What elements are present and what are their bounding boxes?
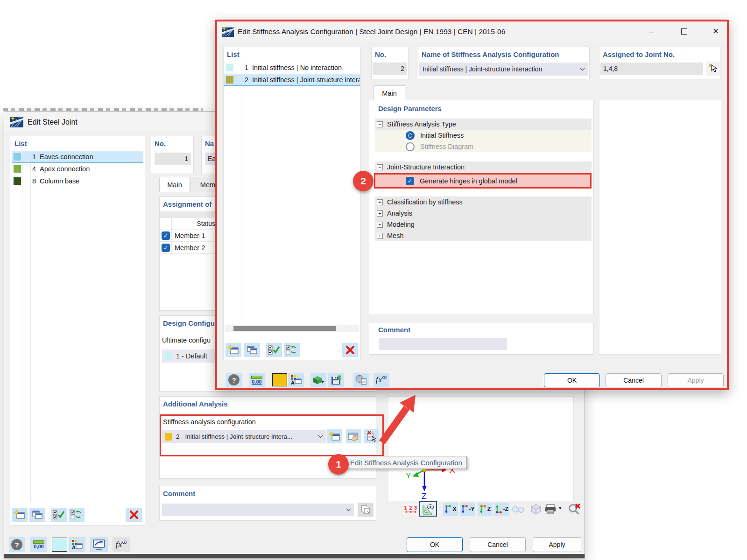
ok-button[interactable]: OK <box>407 537 463 552</box>
pick-joints-button[interactable] <box>706 62 720 76</box>
toggle-selection-button[interactable] <box>284 343 300 357</box>
member-2-checkbox[interactable]: ✓ <box>162 244 170 252</box>
maximize-button[interactable] <box>677 25 691 37</box>
save-as-button[interactable] <box>328 373 344 387</box>
list-item-joint-structure[interactable]: 2 Initial stiffness | Joint-structure in… <box>224 74 360 86</box>
radio-initial-stiffness[interactable] <box>406 131 415 140</box>
check-all-button[interactable] <box>266 343 282 357</box>
comment-header: Comment <box>378 326 410 334</box>
apply-button[interactable]: Apply <box>668 373 724 387</box>
formula-button[interactable]: fx <box>113 537 130 552</box>
close-button[interactable]: × <box>709 25 723 37</box>
tree-row-stiffness-diagram[interactable]: Stiffness Diagram <box>375 141 592 152</box>
new-item-button[interactable] <box>12 508 28 522</box>
view-z-button[interactable]: Z <box>478 503 493 516</box>
new-window-icon <box>228 345 239 355</box>
tree-row-classification[interactable]: + Classification by stiffness <box>375 196 592 208</box>
config-list-panel <box>223 47 361 360</box>
pages-icon <box>360 504 371 515</box>
help-button[interactable]: ? <box>226 373 242 387</box>
formula-button[interactable]: fx <box>374 373 389 387</box>
generate-hinges-checkbox[interactable]: ✓ <box>406 177 414 185</box>
print-caret[interactable]: ▾ <box>559 505 562 511</box>
scrollbar-thumb[interactable] <box>233 326 336 331</box>
database-document-icon <box>356 375 367 385</box>
check-all-button[interactable] <box>51 508 67 522</box>
new-stiffness-config-button[interactable] <box>327 429 342 443</box>
help-button[interactable]: ? <box>9 537 25 552</box>
member-1-checkbox[interactable]: ✓ <box>162 231 170 240</box>
collapse-icon[interactable]: − <box>377 164 383 170</box>
radio-stiffness-diagram[interactable] <box>406 142 415 151</box>
rendering-button[interactable] <box>90 537 108 552</box>
minimize-button[interactable]: – <box>644 25 658 37</box>
tree-row-mesh[interactable]: + Mesh <box>375 230 592 241</box>
cancel-button[interactable]: Cancel <box>606 373 662 387</box>
numbering-line-icon <box>405 511 417 513</box>
measure-view-button[interactable] <box>419 501 437 517</box>
tree-row-initial-stiffness[interactable]: Initial Stiffness <box>375 130 592 141</box>
expand-icon[interactable]: + <box>377 210 383 217</box>
tree-row-generate-hinges[interactable]: ✓ Generate hinges in global model <box>375 175 592 187</box>
database-button[interactable] <box>353 373 369 387</box>
list-column-divider <box>241 62 241 323</box>
new-config-button[interactable] <box>226 343 241 357</box>
cancel-zoom-button[interactable] <box>564 502 584 516</box>
copy-config-button[interactable] <box>244 343 260 357</box>
tooltip-edit-stiffness: Edit Stiffness Analysis Configuration <box>345 456 467 469</box>
units-button[interactable]: 0.00 <box>249 373 265 387</box>
isometric-view-button[interactable] <box>510 503 526 516</box>
expand-icon[interactable]: + <box>377 199 383 205</box>
view-minus-z-button[interactable]: -Z <box>494 503 509 516</box>
view-minus-y-button[interactable]: -Y <box>460 503 475 516</box>
tree-row-joint-structure-interaction[interactable]: − Joint-Structure Interaction <box>375 161 592 173</box>
header-divider <box>375 116 592 116</box>
expand-icon[interactable]: + <box>377 233 383 239</box>
copy-comment-button[interactable] <box>358 503 374 517</box>
horizontal-scrollbar[interactable] <box>225 325 359 332</box>
stiffness-config-select[interactable]: 2 - Initial stiffness | Joint-structure … <box>162 430 326 443</box>
list-item-eaves-connection[interactable]: 1 Eaves connection <box>12 151 143 163</box>
units-button[interactable]: 0,00 <box>30 537 47 552</box>
preview-panel <box>599 100 721 355</box>
config-color-swatch[interactable] <box>272 373 287 386</box>
tab-main[interactable]: Main <box>159 177 190 192</box>
list-item-column-base[interactable]: 8 Column base <box>12 175 143 187</box>
list-item-no-interaction[interactable]: 1 Initial stiffness | No interaction <box>224 62 360 74</box>
additional-analysis-header: Additional Analysis <box>163 400 228 408</box>
cancel-button[interactable]: Cancel <box>470 537 526 552</box>
copy-item-button[interactable] <box>29 508 45 522</box>
list-item-apex-connection[interactable]: 4 Apex connection <box>12 163 143 175</box>
numbering-button[interactable]: 1 2 3 <box>403 503 418 516</box>
edit-stiffness-config-button[interactable] <box>346 429 361 443</box>
assignment-header: Assignment of <box>163 200 211 208</box>
display-properties-icon: A <box>71 539 83 550</box>
expand-icon[interactable]: + <box>377 222 383 228</box>
color-scheme-swatch[interactable] <box>52 538 67 552</box>
ok-button[interactable]: OK <box>544 373 600 387</box>
assigned-label: Assigned to Joint No. <box>603 50 675 58</box>
toggle-selection-button[interactable] <box>69 508 85 522</box>
view-x-button[interactable]: X <box>443 503 458 516</box>
print-button[interactable] <box>543 503 558 516</box>
tab-main[interactable]: Main <box>374 85 405 100</box>
delete-stiffness-config-button[interactable] <box>364 429 379 443</box>
fx-icon: f <box>376 375 378 385</box>
comment-input[interactable] <box>162 504 354 516</box>
collapse-icon[interactable]: − <box>377 121 383 127</box>
delete-item-button[interactable] <box>126 508 142 522</box>
tree-row-modeling[interactable]: + Modeling <box>375 219 592 230</box>
save-icon <box>331 375 342 385</box>
display-properties-button[interactable]: A <box>288 373 304 387</box>
tree-row-stiffness-analysis-type[interactable]: − Stiffness Analysis Type <box>375 119 592 130</box>
display-properties-button[interactable]: A <box>69 537 85 552</box>
comment-input[interactable] <box>379 338 507 350</box>
tree-row-analysis[interactable]: + Analysis <box>375 208 592 219</box>
delete-config-button[interactable] <box>342 343 358 357</box>
cube-view-button[interactable] <box>528 503 544 516</box>
ruler-eye-icon <box>422 503 435 515</box>
chevron-down-icon <box>346 508 354 511</box>
config-name-select[interactable]: Initial stiffness | Joint-structure inte… <box>419 63 588 76</box>
apply-button[interactable]: Apply <box>533 537 581 552</box>
export-button[interactable] <box>310 373 326 387</box>
